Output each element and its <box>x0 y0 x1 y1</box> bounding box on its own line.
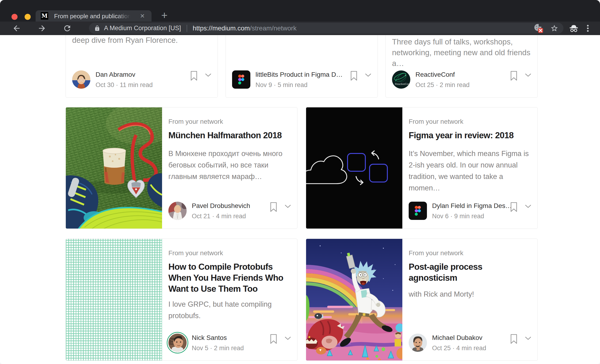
article-meta: Oct 30 · 11 min read <box>95 82 153 89</box>
kicker-from-your-network: From your network <box>168 249 291 257</box>
kicker-from-your-network: From your network <box>409 118 531 126</box>
article-title[interactable]: How to Compile Protobufs When You Have F… <box>168 261 291 294</box>
author-row: Dylan Field in Figma Des… Nov 6 · 9 min … <box>409 202 532 220</box>
article-image-rick-and-morty[interactable] <box>306 239 402 361</box>
chevron-down-icon[interactable] <box>525 337 531 341</box>
bookmark-icon[interactable] <box>190 71 197 82</box>
medium-favicon: M <box>41 12 48 20</box>
bookmark-icon[interactable] <box>350 71 357 82</box>
cookie-blocker-extension-icon[interactable] <box>534 23 543 33</box>
avatar-dan-abramov[interactable] <box>72 70 90 89</box>
menu-dots-icon[interactable] <box>584 24 592 33</box>
article-card-figma-review[interactable]: From your network Figma year in review: … <box>306 107 538 229</box>
article-meta: Oct 25 · 4 min read <box>432 345 486 352</box>
author-name[interactable]: Dan Abramov <box>95 71 153 78</box>
article-card-protobufs[interactable]: From your network How to Compile Protobu… <box>66 239 297 361</box>
chevron-down-icon[interactable] <box>365 73 371 78</box>
svg-text:ReactiveConf: ReactiveConf <box>395 82 410 85</box>
bookmark-icon[interactable] <box>270 334 277 345</box>
avatar-figma-design-publication[interactable] <box>232 70 250 89</box>
article-meta: Nov 5 · 2 min read <box>192 345 244 352</box>
chevron-down-icon[interactable] <box>285 204 291 209</box>
bookmark-icon[interactable] <box>510 334 517 345</box>
lock-icon <box>94 25 100 31</box>
forward-arrow-icon[interactable] <box>38 24 46 33</box>
article-meta: Oct 21 · 4 min read <box>192 213 250 220</box>
tab-title-fade <box>117 12 134 20</box>
article-snippet: deep dive from Ryan Florence. <box>72 35 211 46</box>
avatar-reactiveconf[interactable]: ReactiveConf <box>392 70 410 89</box>
tab-close-icon[interactable]: ✕ <box>139 12 146 19</box>
article-snippet: with Rick and Morty! <box>409 288 531 300</box>
author-name[interactable]: littleBits Product in Figma D… <box>255 71 343 78</box>
article-image-figma-illustration[interactable] <box>306 107 402 228</box>
reload-icon[interactable] <box>63 24 72 33</box>
author-row: Pavel Drobushevich Oct 21 · 4 min read <box>168 202 291 220</box>
member-ring <box>167 332 188 354</box>
bookmark-icon[interactable] <box>510 71 517 82</box>
chevron-down-icon[interactable] <box>525 73 531 78</box>
window-minimize-button[interactable] <box>25 14 31 20</box>
author-row: Nick Santos Nov 5 · 2 min read <box>168 334 291 352</box>
kicker-from-your-network: From your network <box>409 249 531 257</box>
article-image-halfmarathon-photo[interactable] <box>66 107 162 228</box>
browser-window: M From people and publications y ✕ + A M… <box>0 0 600 364</box>
chevron-down-icon[interactable] <box>285 337 291 341</box>
chevron-down-icon[interactable] <box>525 204 531 209</box>
back-arrow-icon[interactable] <box>12 24 21 33</box>
incognito-icon <box>569 24 579 33</box>
new-tab-button[interactable]: + <box>158 9 170 21</box>
author-name[interactable]: ReactiveConf <box>415 71 469 78</box>
author-name[interactable]: Michael Dubakov <box>432 334 486 342</box>
author-name[interactable]: Nick Santos <box>192 334 244 342</box>
article-card-post-agile[interactable]: From your network Post-agile process agn… <box>306 239 538 361</box>
article-snippet: Three days full of talks, workshops, net… <box>392 36 531 69</box>
article-card-munchen-halfmarathon[interactable]: From your network München Halfmarathon 2… <box>66 107 297 229</box>
url-separator <box>187 25 187 32</box>
bookmark-icon[interactable] <box>510 202 517 213</box>
certificate-label: A Medium Corporation [US] <box>104 25 181 32</box>
bookmark-icon[interactable] <box>270 202 277 213</box>
article-title[interactable]: Figma year in review: 2018 <box>409 130 531 141</box>
author-name[interactable]: Dylan Field in Figma Des… <box>432 202 512 209</box>
author-row: littleBits Product in Figma D… Nov 9 · 5… <box>232 70 372 89</box>
author-name[interactable]: Pavel Drobushevich <box>192 202 250 209</box>
browser-toolbar: A Medium Corporation [US] https://medium… <box>0 21 600 35</box>
article-snippet: I love GRPC, but hate compiling protobuf… <box>168 299 291 321</box>
author-row: Dan Abramov Oct 30 · 11 min read <box>72 70 212 89</box>
avatar-pavel-drobushevich[interactable] <box>168 202 187 220</box>
article-meta: Oct 25 · 2 min read <box>415 82 469 89</box>
tab-strip: M From people and publications y ✕ + <box>0 0 600 21</box>
article-meta: Nov 9 · 5 min read <box>255 82 343 89</box>
article-image-dot-pattern[interactable] <box>66 239 162 361</box>
avatar-figma-design-publication[interactable] <box>409 202 427 220</box>
avatar-michael-dubakov[interactable] <box>409 334 427 352</box>
bookmark-star-icon[interactable] <box>550 24 558 32</box>
article-card-ryan-florence[interactable]: deep dive from Ryan Florence. Dan Abramo… <box>66 35 218 98</box>
article-card-littlebits[interactable]: littleBits Product in Figma D… Nov 9 · 5… <box>225 35 378 98</box>
address-bar[interactable]: A Medium Corporation [US] https://medium… <box>89 23 563 34</box>
article-snippet: В Мюнхене проходит очень много беговых с… <box>168 148 291 182</box>
author-row: Michael Dubakov Oct 25 · 4 min read <box>409 334 532 352</box>
browser-tab[interactable]: M From people and publications y ✕ <box>36 10 151 21</box>
author-row: ReactiveConf ReactiveConf Oct 25 · 2 min… <box>392 70 532 89</box>
article-meta: Nov 6 · 9 min read <box>432 213 512 220</box>
article-card-reactiveconf[interactable]: Three days full of talks, workshops, net… <box>385 35 538 98</box>
article-snippet: It’s November, which means Figma is 2-is… <box>409 148 531 194</box>
article-title[interactable]: München Halfmarathon 2018 <box>168 130 291 141</box>
window-close-button[interactable] <box>11 14 18 20</box>
kicker-from-your-network: From your network <box>168 118 291 126</box>
url-text: https://medium.com/stream/network <box>193 25 297 32</box>
page-content: deep dive from Ryan Florence. Dan Abramo… <box>0 35 600 364</box>
chevron-down-icon[interactable] <box>205 73 211 78</box>
article-title[interactable]: Post-agile process agnosticism <box>409 261 531 283</box>
